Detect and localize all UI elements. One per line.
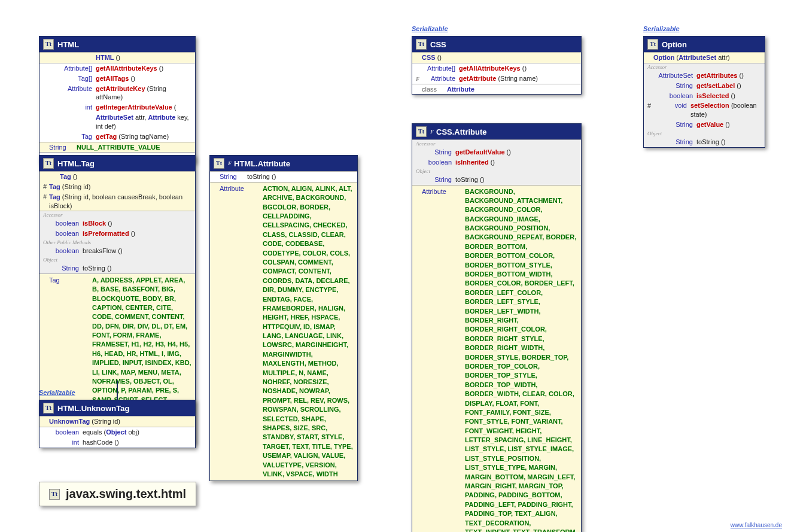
final-modifier: F: [228, 160, 232, 166]
class-icon: Tt: [416, 126, 427, 137]
package-icon: Tt: [49, 489, 60, 500]
class-header: Tt F CSS.Attribute: [412, 124, 581, 139]
footer-link[interactable]: www.falkhausen.de: [731, 522, 782, 528]
class-header: Tt HTML.Tag: [39, 156, 195, 171]
class-title: HTML.UnknownTag: [57, 404, 129, 413]
class-icon: Tt: [43, 403, 54, 414]
class-html-attribute: Tt F HTML.Attribute StringtoString () At…: [209, 155, 358, 481]
class-title: HTML.Tag: [57, 159, 95, 168]
class-title: HTML: [57, 40, 79, 49]
class-icon: Tt: [43, 39, 54, 50]
class-icon: Tt: [43, 158, 54, 169]
class-icon: Tt: [214, 158, 224, 169]
class-title: HTML.Attribute: [234, 159, 290, 168]
class-css: Tt CSS CSS () Attribute[]getAllAttribute…: [412, 36, 582, 95]
class-html-unknowntag: Tt HTML.UnknownTag UnknownTag (String id…: [39, 400, 196, 448]
class-header: Tt F HTML.Attribute: [210, 156, 357, 171]
class-html: Tt HTML HTML () Attribute[]getAllAttribu…: [39, 36, 196, 163]
class-header: Tt HTML.UnknownTag: [39, 400, 195, 416]
serializable-label[interactable]: Serializable: [412, 25, 448, 32]
class-css-attribute: Tt F CSS.Attribute Accessor StringgetDef…: [412, 123, 582, 532]
serializable-label[interactable]: Serializable: [643, 25, 680, 32]
attribute-constants: ACTION, ALIGN, ALINK, ALT, ARCHIVE, BACK…: [263, 185, 353, 478]
class-option: Tt Option Option (AttributeSet attr) Acc…: [643, 36, 765, 148]
class-header: Tt Option: [644, 37, 765, 52]
package-label: Tt javax.swing.text.html: [39, 482, 196, 506]
css-attribute-constants: BACKGROUND, BACKGROUND_ATTACHMENT, BACKG…: [465, 188, 577, 532]
class-header: Tt CSS: [412, 37, 581, 52]
class-title: CSS: [430, 40, 446, 49]
class-header: Tt HTML: [39, 37, 195, 52]
class-icon: Tt: [416, 39, 427, 50]
class-title: Option: [662, 40, 687, 49]
class-title: CSS.Attribute: [436, 127, 487, 136]
class-icon: Tt: [647, 39, 658, 50]
serializable-label[interactable]: Serializable: [39, 389, 75, 396]
package-name: javax.swing.text.html: [66, 487, 186, 501]
final-modifier: F: [430, 129, 434, 135]
inheritance-line: [117, 381, 118, 400]
